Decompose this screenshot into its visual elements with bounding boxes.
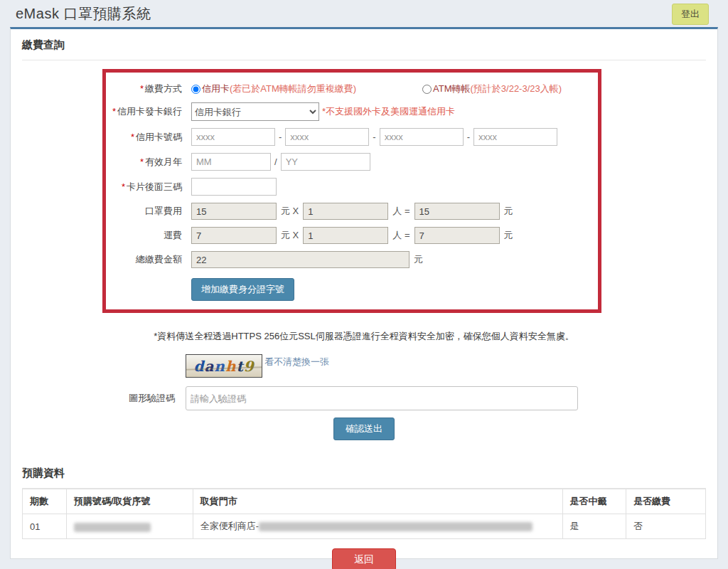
atm-radio-note: (預計於3/22-3/23入帳): [470, 83, 562, 95]
preorder-table-row: 01 全家便利商店- 是 否: [23, 514, 706, 539]
payment-method-row: *繳費方式 信用卡 (若已於ATM轉帳請勿重複繳費) ATM轉帳 (預計於3/2…: [106, 83, 598, 95]
total-unit: 元: [414, 253, 423, 266]
card-number-input-1[interactable]: [191, 128, 275, 146]
required-asterisk: *: [140, 83, 144, 94]
header-store: 取貨門市: [193, 489, 562, 514]
redacted-store-name: [259, 522, 532, 531]
mask-fee-label: 口罩費用: [106, 205, 191, 218]
mask-fee-row: 口罩費用 元 X 人 = 元: [106, 203, 598, 220]
shipping-fee-unit-eq: 人 =: [392, 229, 410, 242]
redacted-preorder-number: [74, 523, 151, 532]
payment-method-label: *繳費方式: [106, 83, 191, 95]
preorder-section-title: 預購資料: [22, 457, 706, 489]
credit-card-radio[interactable]: [191, 85, 200, 94]
total-label: 總繳費金額: [106, 253, 191, 266]
cvv-row: *卡片後面三碼: [106, 178, 598, 196]
bank-label: *信用卡發卡銀行: [106, 105, 191, 118]
credit-card-radio-label: 信用卡: [202, 83, 230, 95]
add-id-row: 增加繳費身分證字號: [106, 278, 598, 301]
submit-button[interactable]: 確認送出: [333, 418, 395, 440]
mask-fee-qty: [303, 203, 388, 220]
card-number-input-2[interactable]: [285, 128, 369, 146]
preorder-table-header-row: 期數 預購號碼/取貨序號 取貨門市 是否中籤 是否繳費: [23, 489, 706, 514]
security-note: *資料傳送全程透過HTTPS 256位元SSL伺服器憑證進行全程資料安全加密，確…: [22, 330, 706, 343]
atm-radio[interactable]: [422, 85, 432, 94]
cvv-input[interactable]: [191, 178, 277, 196]
mask-fee-unit-end: 元: [504, 205, 513, 218]
preorder-table: 期數 預購號碼/取貨序號 取貨門市 是否中籤 是否繳費 01 全家便利商店- 是…: [22, 489, 706, 539]
bank-row: *信用卡發卡銀行 信用卡銀行 *不支援國外卡及美國運通信用卡: [106, 102, 598, 121]
bank-select[interactable]: 信用卡銀行: [191, 102, 319, 121]
expiry-label: *有效月年: [106, 156, 191, 169]
mask-fee-unit-price: [191, 203, 277, 220]
shipping-fee-unit-price: [191, 227, 277, 244]
cvv-label: *卡片後面三碼: [106, 181, 191, 193]
shipping-fee-unit-mult: 元 X: [281, 229, 299, 242]
cell-paid: 否: [626, 514, 706, 539]
back-row: 返回: [22, 548, 706, 569]
shipping-fee-qty: [303, 227, 388, 244]
add-payer-id-button[interactable]: 增加繳費身分證字號: [191, 278, 294, 301]
total-row: 總繳費金額 元: [106, 251, 598, 268]
header-won: 是否中籤: [562, 489, 626, 514]
card-number-input-3[interactable]: [380, 128, 464, 146]
atm-radio-label: ATM轉帳: [433, 83, 470, 95]
captcha-input-row: 圖形驗證碼: [22, 386, 706, 410]
expiry-separator: /: [274, 156, 277, 167]
card-number-separator: -: [279, 132, 282, 142]
mask-fee-subtotal: [414, 203, 500, 220]
card-number-row: *信用卡號碼 - - -: [106, 128, 598, 146]
captcha-image: danht 9: [186, 354, 262, 378]
store-prefix: 全家便利商店-: [200, 521, 259, 531]
header-period: 期數: [23, 489, 67, 514]
shipping-fee-row: 運費 元 X 人 = 元: [106, 227, 598, 244]
shipping-fee-label: 運費: [106, 229, 191, 242]
expiry-row: *有效月年 /: [106, 153, 598, 171]
payment-form-highlight-box: *繳費方式 信用卡 (若已於ATM轉帳請勿重複繳費) ATM轉帳 (預計於3/2…: [102, 69, 601, 313]
app-title: eMask 口罩預購系統: [16, 4, 151, 23]
bank-note: *不支援國外卡及美國運通信用卡: [322, 105, 455, 118]
cell-won: 是: [562, 514, 626, 539]
cell-period: 01: [23, 514, 67, 539]
mask-fee-unit-mult: 元 X: [281, 205, 299, 218]
mask-fee-unit-eq: 人 =: [392, 205, 410, 218]
captcha-label: 圖形驗證碼: [22, 392, 186, 405]
expiry-month-input[interactable]: [191, 153, 271, 171]
main-panel: 繳費查詢 *繳費方式 信用卡 (若已於ATM轉帳請勿重複繳費) ATM轉帳 (預…: [10, 27, 718, 559]
card-number-label: *信用卡號碼: [106, 131, 191, 144]
back-button[interactable]: 返回: [332, 548, 396, 569]
payment-section-title: 繳費查詢: [22, 29, 706, 60]
logout-button[interactable]: 登出: [672, 4, 709, 25]
captcha-input[interactable]: [186, 386, 578, 410]
shipping-fee-unit-end: 元: [504, 229, 513, 242]
app-header: eMask 口罩預購系統 登出: [0, 0, 728, 27]
card-number-input-4[interactable]: [473, 128, 557, 146]
captcha-refresh-link[interactable]: 看不清楚換一張: [264, 356, 329, 368]
credit-card-radio-note: (若已於ATM轉帳請勿重複繳費): [230, 83, 356, 95]
cell-number: [66, 514, 193, 539]
credit-card-radio-option[interactable]: 信用卡 (若已於ATM轉帳請勿重複繳費): [191, 83, 422, 95]
total-amount: [191, 251, 410, 268]
captcha-image-row: danht 9 看不清楚換一張: [22, 354, 706, 378]
submit-row: 確認送出: [22, 418, 706, 440]
expiry-year-input[interactable]: [281, 153, 370, 171]
header-number: 預購號碼/取貨序號: [66, 489, 193, 514]
shipping-fee-subtotal: [414, 227, 500, 244]
atm-radio-option[interactable]: ATM轉帳 (預計於3/22-3/23入帳): [422, 83, 562, 95]
header-paid: 是否繳費: [626, 489, 706, 514]
cell-store: 全家便利商店-: [193, 514, 562, 539]
